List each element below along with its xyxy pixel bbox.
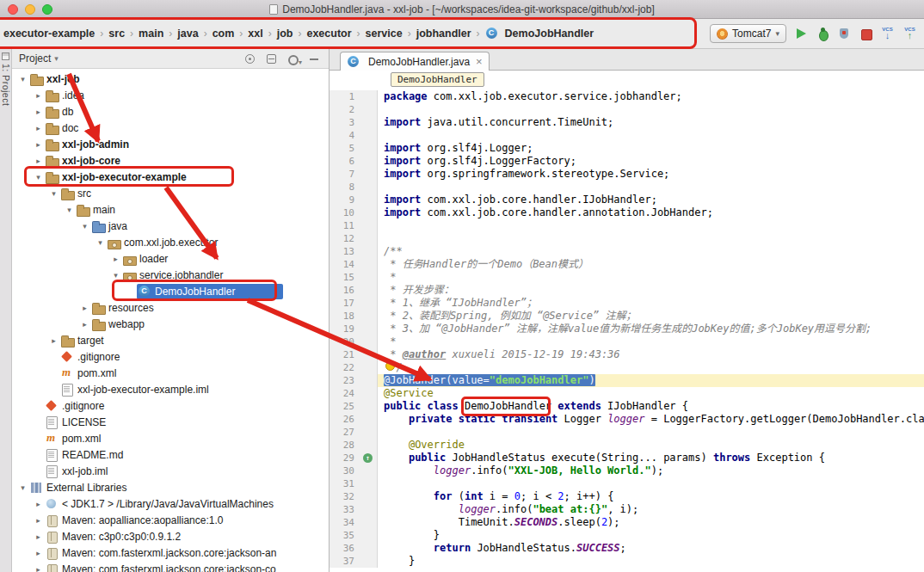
collapsed-arrow-icon[interactable]: ▸ (33, 565, 44, 572)
code-line[interactable]: 21 * @author xuxueli 2015-12-19 19:43:36 (330, 348, 924, 361)
code-line[interactable]: 29↑ public JobHandleStatus execute(Strin… (330, 452, 924, 464)
collapsed-arrow-icon[interactable]: ▸ (79, 320, 90, 329)
collapsed-arrow-icon[interactable]: ▸ (33, 157, 44, 165)
override-marker-icon[interactable]: ↑ (360, 452, 378, 464)
code-line[interactable]: 7import org.springframework.stereotype.S… (330, 168, 924, 181)
expanded-arrow-icon[interactable]: ▾ (79, 222, 90, 231)
breadcrumb-item[interactable]: java (176, 26, 200, 41)
tree-item[interactable]: ▾External Libraries (12, 479, 329, 495)
code-line[interactable]: 23@JobHander(value="demoJobHandler") (330, 374, 924, 387)
tree-item[interactable]: pom.xml (12, 365, 329, 381)
tree-item[interactable]: ▾service.jobhandler (12, 267, 329, 283)
collapsed-arrow-icon[interactable]: ▸ (33, 124, 44, 132)
code-line[interactable]: 19 * 3、加 “@JobHander” 注解，注解value值为新增任务生成… (330, 323, 924, 335)
tool-window-label[interactable]: 1: Project (1, 64, 11, 106)
tree-item[interactable]: ▸loader (12, 250, 329, 267)
code-line[interactable]: 3import java.util.concurrent.TimeUnit; (330, 116, 924, 129)
tree-item[interactable]: ▸webapp (12, 316, 329, 332)
tree-item[interactable]: ▸Maven: c3p0:c3p0:0.9.1.2 (12, 528, 329, 544)
tree-item[interactable]: ▸.idea (12, 87, 329, 103)
code-line[interactable]: 2 (330, 103, 924, 116)
intention-bulb-icon[interactable] (385, 361, 395, 371)
code-line[interactable]: 4 (330, 129, 924, 142)
code-line[interactable]: 1package com.xxl.job.executor.service.jo… (330, 90, 924, 103)
class-name-chip[interactable]: DemoJobHandler (391, 72, 484, 87)
code-line[interactable]: 26 private static transient Logger logge… (330, 413, 924, 426)
collapsed-arrow-icon[interactable]: ▸ (33, 549, 44, 557)
code-line[interactable]: 10import com.xxl.job.core.handler.annota… (330, 206, 924, 219)
collapsed-arrow-icon[interactable]: ▸ (33, 108, 44, 116)
breadcrumb-item[interactable]: xxl (246, 26, 264, 41)
collapsed-arrow-icon[interactable]: ▸ (33, 91, 44, 100)
collapsed-arrow-icon[interactable]: ▸ (33, 532, 44, 541)
tree-item[interactable]: ▾com.xxl.job.executor (12, 234, 329, 250)
breadcrumb-item[interactable]: executor-example (2, 26, 96, 41)
override-arrow-icon[interactable]: ↑ (363, 453, 373, 463)
code-line[interactable]: 32 for (int i = 0; i < 2; i++) { (330, 490, 924, 503)
code-line[interactable]: 33 logger.info("beat at:{}", i); (330, 503, 924, 516)
code-line[interactable]: 22 */ (330, 361, 924, 374)
tree-item[interactable]: .gitignore (12, 348, 329, 365)
tree-item[interactable]: ▾xxl-job-executor-example (12, 169, 329, 185)
hide-panel-icon[interactable] (309, 53, 320, 65)
code-line[interactable]: 31 (330, 477, 924, 490)
collapsed-arrow-icon[interactable]: ▸ (33, 500, 44, 508)
tree-item[interactable]: ▸< JDK1.7 > /Library/Java/JavaVirtualMac… (12, 495, 329, 512)
collapsed-arrow-icon[interactable]: ▸ (48, 336, 59, 345)
tree-item[interactable]: DemoJobHandler (12, 283, 329, 299)
code-line[interactable]: 18 * 2、装配到Spring, 例如加 “@Service” 注解； (330, 310, 924, 323)
code-line[interactable]: 14 * 任务Handler的一个Demo（Bean模式） (330, 258, 924, 271)
close-button[interactable] (8, 4, 18, 15)
breadcrumb-item[interactable]: src (107, 26, 126, 41)
tree-item[interactable]: ▸Maven: aopalliance:aopalliance:1.0 (12, 512, 329, 528)
vcs-update-icon[interactable] (880, 27, 895, 40)
expanded-arrow-icon[interactable]: ▾ (48, 189, 59, 198)
code-line[interactable]: 27 (330, 426, 924, 439)
breadcrumb-item[interactable]: jobhandler (415, 26, 473, 41)
code-line[interactable]: 6import org.slf4j.LoggerFactory; (330, 155, 924, 168)
tree-item[interactable]: ▾java (12, 218, 329, 234)
tree-item[interactable]: xxl-job-executor-example.iml (12, 381, 329, 397)
code-line[interactable]: 28 @Override (330, 439, 924, 452)
code-line[interactable]: 36 return JobHandleStatus.SUCCESS; (330, 542, 924, 555)
tree-item[interactable]: ▸doc (12, 120, 329, 136)
run-play-icon[interactable] (794, 27, 808, 40)
vcs-commit-icon[interactable] (902, 27, 917, 40)
breadcrumb-item[interactable]: DemoJobHandler (484, 26, 596, 41)
code-line[interactable]: 13/** (330, 245, 924, 258)
chevron-down-icon[interactable]: ▾ (54, 54, 59, 63)
tree-item[interactable]: ▸db (12, 103, 329, 120)
tree-item[interactable]: ▾src (12, 185, 329, 201)
expanded-arrow-icon[interactable]: ▾ (110, 271, 121, 280)
coverage-icon[interactable] (837, 27, 851, 40)
breadcrumb-item[interactable]: executor (305, 26, 353, 41)
code-line[interactable]: 34 TimeUnit.SECONDS.sleep(2); (330, 516, 924, 529)
code-line[interactable]: 20 * (330, 335, 924, 348)
tree-item[interactable]: ▸Maven: com.fasterxml.jackson.core:jacks… (12, 561, 329, 572)
code-line[interactable]: 24@Service (330, 387, 924, 400)
tree-item[interactable]: ▸xxl-job-admin (12, 136, 329, 152)
expanded-arrow-icon[interactable]: ▾ (33, 173, 44, 181)
tree-item[interactable]: README.md (12, 446, 329, 463)
breadcrumb-item[interactable]: main (137, 26, 165, 41)
run-config-selector[interactable]: Tomcat7 ▾ (710, 24, 786, 43)
code-line[interactable]: 8 (330, 181, 924, 194)
code-line[interactable]: 35 } (330, 529, 924, 542)
tree-item[interactable]: pom.xml (12, 430, 329, 446)
tree-item[interactable]: ▾xxl-job (12, 71, 329, 87)
collapsed-arrow-icon[interactable]: ▸ (33, 516, 44, 525)
expanded-arrow-icon[interactable]: ▾ (64, 206, 75, 214)
tree-item[interactable]: ▸Maven: com.fasterxml.jackson.core:jacks… (12, 544, 329, 561)
code-line[interactable]: 15 * (330, 271, 924, 284)
locate-icon[interactable] (244, 53, 256, 65)
minimize-button[interactable] (25, 4, 35, 15)
code-line[interactable]: 30 logger.info("XXL-JOB, Hello World."); (330, 464, 924, 477)
collapsed-arrow-icon[interactable]: ▸ (79, 304, 90, 312)
tree-item[interactable]: xxl-job.iml (12, 463, 329, 479)
close-tab-icon[interactable]: × (476, 55, 483, 68)
panel-title[interactable]: Project (19, 52, 51, 65)
code-line[interactable]: 16 * 开发步骤： (330, 284, 924, 297)
breadcrumb-item[interactable]: job (275, 26, 295, 41)
expanded-arrow-icon[interactable]: ▾ (95, 238, 106, 247)
expanded-arrow-icon[interactable]: ▾ (17, 483, 28, 492)
